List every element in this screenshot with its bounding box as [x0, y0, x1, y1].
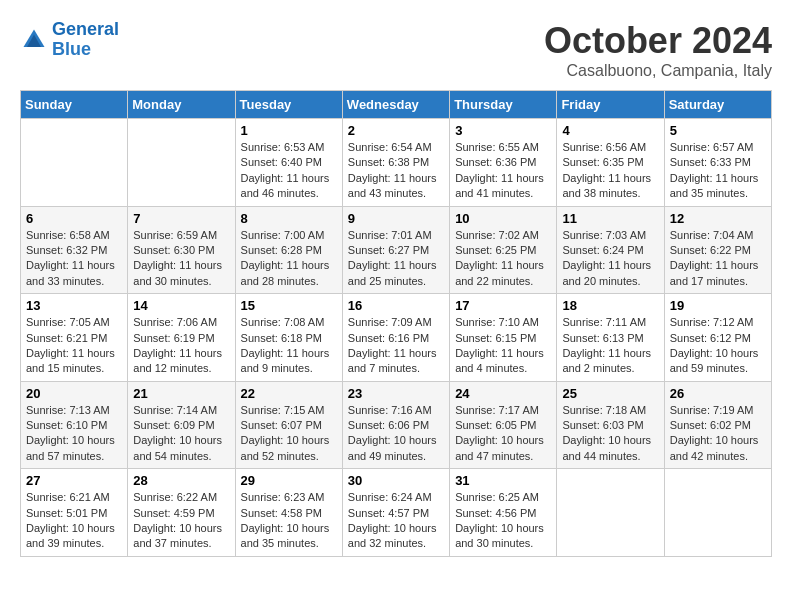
weekday-header-friday: Friday	[557, 91, 664, 119]
logo-text: General Blue	[52, 20, 119, 60]
day-number: 26	[670, 386, 766, 401]
day-number: 6	[26, 211, 122, 226]
day-info: Sunrise: 7:14 AMSunset: 6:09 PMDaylight:…	[133, 403, 229, 465]
day-number: 12	[670, 211, 766, 226]
day-number: 22	[241, 386, 337, 401]
logo: General Blue	[20, 20, 119, 60]
day-info: Sunrise: 7:00 AMSunset: 6:28 PMDaylight:…	[241, 228, 337, 290]
month-title: October 2024	[544, 20, 772, 62]
location: Casalbuono, Campania, Italy	[544, 62, 772, 80]
calendar-cell	[557, 469, 664, 557]
day-info: Sunrise: 6:25 AMSunset: 4:56 PMDaylight:…	[455, 490, 551, 552]
day-number: 20	[26, 386, 122, 401]
calendar-cell	[664, 469, 771, 557]
day-number: 25	[562, 386, 658, 401]
day-number: 29	[241, 473, 337, 488]
calendar-cell: 6Sunrise: 6:58 AMSunset: 6:32 PMDaylight…	[21, 206, 128, 294]
calendar-cell: 28Sunrise: 6:22 AMSunset: 4:59 PMDayligh…	[128, 469, 235, 557]
day-number: 5	[670, 123, 766, 138]
calendar-cell: 24Sunrise: 7:17 AMSunset: 6:05 PMDayligh…	[450, 381, 557, 469]
weekday-header-monday: Monday	[128, 91, 235, 119]
logo-icon	[20, 26, 48, 54]
day-info: Sunrise: 7:08 AMSunset: 6:18 PMDaylight:…	[241, 315, 337, 377]
calendar-cell: 25Sunrise: 7:18 AMSunset: 6:03 PMDayligh…	[557, 381, 664, 469]
day-info: Sunrise: 7:01 AMSunset: 6:27 PMDaylight:…	[348, 228, 444, 290]
page-header: General Blue October 2024 Casalbuono, Ca…	[20, 20, 772, 80]
week-row-3: 13Sunrise: 7:05 AMSunset: 6:21 PMDayligh…	[21, 294, 772, 382]
day-number: 3	[455, 123, 551, 138]
day-info: Sunrise: 7:11 AMSunset: 6:13 PMDaylight:…	[562, 315, 658, 377]
calendar-cell: 14Sunrise: 7:06 AMSunset: 6:19 PMDayligh…	[128, 294, 235, 382]
calendar-cell: 1Sunrise: 6:53 AMSunset: 6:40 PMDaylight…	[235, 119, 342, 207]
day-number: 7	[133, 211, 229, 226]
day-info: Sunrise: 6:24 AMSunset: 4:57 PMDaylight:…	[348, 490, 444, 552]
day-number: 2	[348, 123, 444, 138]
day-info: Sunrise: 7:16 AMSunset: 6:06 PMDaylight:…	[348, 403, 444, 465]
calendar-cell: 12Sunrise: 7:04 AMSunset: 6:22 PMDayligh…	[664, 206, 771, 294]
calendar-cell: 7Sunrise: 6:59 AMSunset: 6:30 PMDaylight…	[128, 206, 235, 294]
day-number: 13	[26, 298, 122, 313]
calendar-cell: 26Sunrise: 7:19 AMSunset: 6:02 PMDayligh…	[664, 381, 771, 469]
day-info: Sunrise: 7:06 AMSunset: 6:19 PMDaylight:…	[133, 315, 229, 377]
calendar-cell	[21, 119, 128, 207]
weekday-header-wednesday: Wednesday	[342, 91, 449, 119]
day-number: 27	[26, 473, 122, 488]
week-row-2: 6Sunrise: 6:58 AMSunset: 6:32 PMDaylight…	[21, 206, 772, 294]
calendar-cell: 30Sunrise: 6:24 AMSunset: 4:57 PMDayligh…	[342, 469, 449, 557]
day-number: 17	[455, 298, 551, 313]
calendar-cell: 17Sunrise: 7:10 AMSunset: 6:15 PMDayligh…	[450, 294, 557, 382]
calendar-cell: 5Sunrise: 6:57 AMSunset: 6:33 PMDaylight…	[664, 119, 771, 207]
day-number: 19	[670, 298, 766, 313]
calendar-cell: 22Sunrise: 7:15 AMSunset: 6:07 PMDayligh…	[235, 381, 342, 469]
day-number: 24	[455, 386, 551, 401]
calendar-cell: 13Sunrise: 7:05 AMSunset: 6:21 PMDayligh…	[21, 294, 128, 382]
day-info: Sunrise: 6:54 AMSunset: 6:38 PMDaylight:…	[348, 140, 444, 202]
week-row-5: 27Sunrise: 6:21 AMSunset: 5:01 PMDayligh…	[21, 469, 772, 557]
day-info: Sunrise: 7:02 AMSunset: 6:25 PMDaylight:…	[455, 228, 551, 290]
day-info: Sunrise: 6:57 AMSunset: 6:33 PMDaylight:…	[670, 140, 766, 202]
logo-line2: Blue	[52, 40, 119, 60]
day-info: Sunrise: 6:23 AMSunset: 4:58 PMDaylight:…	[241, 490, 337, 552]
weekday-header-saturday: Saturday	[664, 91, 771, 119]
weekday-header-row: SundayMondayTuesdayWednesdayThursdayFrid…	[21, 91, 772, 119]
weekday-header-sunday: Sunday	[21, 91, 128, 119]
calendar-cell: 9Sunrise: 7:01 AMSunset: 6:27 PMDaylight…	[342, 206, 449, 294]
calendar-cell: 19Sunrise: 7:12 AMSunset: 6:12 PMDayligh…	[664, 294, 771, 382]
day-number: 21	[133, 386, 229, 401]
day-number: 18	[562, 298, 658, 313]
calendar-cell: 31Sunrise: 6:25 AMSunset: 4:56 PMDayligh…	[450, 469, 557, 557]
day-number: 28	[133, 473, 229, 488]
calendar-cell: 16Sunrise: 7:09 AMSunset: 6:16 PMDayligh…	[342, 294, 449, 382]
day-info: Sunrise: 7:10 AMSunset: 6:15 PMDaylight:…	[455, 315, 551, 377]
day-number: 11	[562, 211, 658, 226]
day-number: 16	[348, 298, 444, 313]
day-number: 15	[241, 298, 337, 313]
calendar-cell: 18Sunrise: 7:11 AMSunset: 6:13 PMDayligh…	[557, 294, 664, 382]
day-number: 10	[455, 211, 551, 226]
day-number: 30	[348, 473, 444, 488]
calendar-cell: 8Sunrise: 7:00 AMSunset: 6:28 PMDaylight…	[235, 206, 342, 294]
calendar-cell: 20Sunrise: 7:13 AMSunset: 6:10 PMDayligh…	[21, 381, 128, 469]
day-info: Sunrise: 7:13 AMSunset: 6:10 PMDaylight:…	[26, 403, 122, 465]
calendar-cell: 10Sunrise: 7:02 AMSunset: 6:25 PMDayligh…	[450, 206, 557, 294]
week-row-4: 20Sunrise: 7:13 AMSunset: 6:10 PMDayligh…	[21, 381, 772, 469]
calendar-cell: 21Sunrise: 7:14 AMSunset: 6:09 PMDayligh…	[128, 381, 235, 469]
day-number: 23	[348, 386, 444, 401]
calendar-cell: 4Sunrise: 6:56 AMSunset: 6:35 PMDaylight…	[557, 119, 664, 207]
day-info: Sunrise: 7:03 AMSunset: 6:24 PMDaylight:…	[562, 228, 658, 290]
calendar-cell	[128, 119, 235, 207]
weekday-header-thursday: Thursday	[450, 91, 557, 119]
calendar-table: SundayMondayTuesdayWednesdayThursdayFrid…	[20, 90, 772, 557]
day-info: Sunrise: 6:53 AMSunset: 6:40 PMDaylight:…	[241, 140, 337, 202]
day-info: Sunrise: 7:19 AMSunset: 6:02 PMDaylight:…	[670, 403, 766, 465]
week-row-1: 1Sunrise: 6:53 AMSunset: 6:40 PMDaylight…	[21, 119, 772, 207]
calendar-cell: 27Sunrise: 6:21 AMSunset: 5:01 PMDayligh…	[21, 469, 128, 557]
calendar-cell: 3Sunrise: 6:55 AMSunset: 6:36 PMDaylight…	[450, 119, 557, 207]
day-number: 31	[455, 473, 551, 488]
day-number: 1	[241, 123, 337, 138]
day-info: Sunrise: 7:04 AMSunset: 6:22 PMDaylight:…	[670, 228, 766, 290]
day-info: Sunrise: 7:05 AMSunset: 6:21 PMDaylight:…	[26, 315, 122, 377]
day-number: 8	[241, 211, 337, 226]
day-info: Sunrise: 6:55 AMSunset: 6:36 PMDaylight:…	[455, 140, 551, 202]
title-area: October 2024 Casalbuono, Campania, Italy	[544, 20, 772, 80]
